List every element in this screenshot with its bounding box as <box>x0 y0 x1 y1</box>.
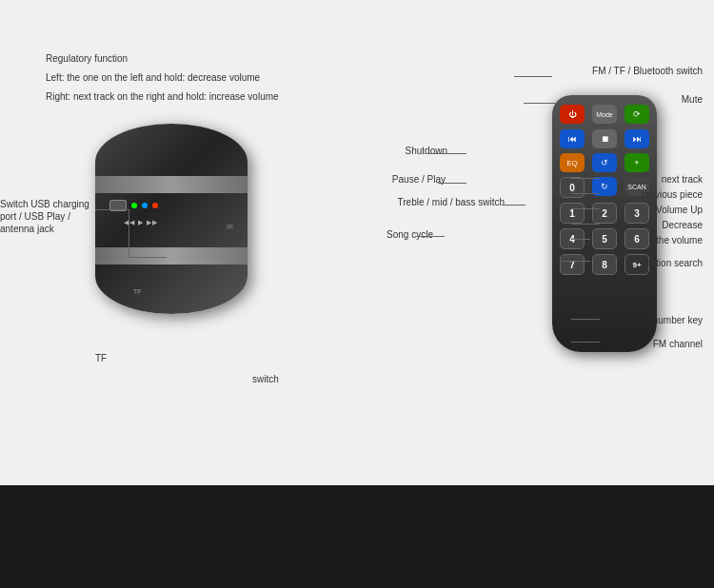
next-track-label: next track <box>662 173 703 186</box>
remote-row3: EQ ↺ + <box>560 153 649 172</box>
previous-piece-label: previous piece <box>642 188 703 201</box>
vol-up-button[interactable]: + <box>625 153 649 172</box>
bt-button[interactable]: ⟳ <box>625 105 649 124</box>
number-key-label: number key <box>653 314 703 326</box>
line-pause <box>438 183 466 184</box>
btn-5[interactable]: 5 <box>592 228 617 249</box>
btn-0[interactable]: 0 <box>560 177 585 198</box>
btn-3[interactable]: 3 <box>625 203 649 224</box>
eq-button[interactable]: EQ <box>560 153 585 172</box>
line-usb-vert <box>129 209 129 257</box>
line-numkey <box>571 319 600 320</box>
fm-bluetooth-label: FM / TF / Bluetooth switch <box>592 65 703 77</box>
line-volup <box>571 208 600 209</box>
btn-8[interactable]: 8 <box>592 254 617 275</box>
pause-play-label: Pause / Play <box>392 173 446 186</box>
line-treble <box>502 205 526 206</box>
main-diagram-area: Regulatory function Left: the one on the… <box>0 0 714 485</box>
remote-row7: 7 8 9+ <box>560 254 649 275</box>
speaker-band-top <box>95 176 248 193</box>
line-fm <box>514 76 552 77</box>
switch-usb-label: Switch USB chargingport / USB Play /ante… <box>0 198 95 235</box>
line-song <box>416 236 445 237</box>
decrease-label: Decrease <box>662 219 703 231</box>
the-volume-label: the volume <box>656 234 703 246</box>
btn-2[interactable]: 2 <box>592 203 617 224</box>
switch-label: switch <box>252 373 279 385</box>
tf-label: TF <box>95 352 107 364</box>
bottom-bar <box>0 485 714 588</box>
remote-row4: 0 ↻ SCAN <box>560 177 649 198</box>
led-blue <box>142 203 148 208</box>
remote-row1: ⏻ Mode ⟳ <box>560 105 649 124</box>
line-usb-h2 <box>129 257 167 258</box>
line-shutdown <box>428 153 466 154</box>
mode-button[interactable]: Mode <box>592 105 617 124</box>
fm-channel-label: FM channel <box>653 338 703 350</box>
next-button[interactable]: ⏭ <box>625 129 649 148</box>
btn-6[interactable]: 6 <box>625 228 649 249</box>
speaker-tf-slot: TF <box>133 288 142 295</box>
right-desc-label: Right: next track on the right and hold:… <box>46 90 279 103</box>
speaker-image: ◀◀ ▶ ▶▶ IR TF <box>86 114 257 323</box>
line-fmchan <box>571 342 600 343</box>
prev-button[interactable]: ⏮ <box>560 129 585 148</box>
led-red <box>152 203 158 208</box>
speaker-ir: IR <box>227 224 233 230</box>
led-green <box>131 203 137 208</box>
left-desc-label: Left: the one on the left and hold: decr… <box>46 71 260 84</box>
switch-usb-text: Switch USB chargingport / USB Play /ante… <box>0 199 89 234</box>
remote-control: ⏻ Mode ⟳ ⏮ ⏹ ⏭ EQ ↺ + 0 ↻ SCAN <box>552 95 657 352</box>
speaker-body: ◀◀ ▶ ▶▶ IR TF <box>95 124 248 314</box>
station-search-label: Station search <box>642 257 703 269</box>
line-mute <box>524 103 557 104</box>
btn-1[interactable]: 1 <box>560 203 585 224</box>
treble-mid-bass-label: Treble / mid / bass switch <box>398 196 505 208</box>
volume-up-label: Volume Up <box>656 204 703 216</box>
line-decrease <box>571 224 600 225</box>
line-next <box>571 178 600 179</box>
line-volume <box>571 239 590 240</box>
remote-body: ⏻ Mode ⟳ ⏮ ⏹ ⏭ EQ ↺ + 0 ↻ SCAN <box>552 95 657 352</box>
line-prev <box>571 193 600 194</box>
song-cycle-label: Song cycle <box>387 228 433 241</box>
stop-button[interactable]: ⏹ <box>592 129 617 148</box>
mute-label: Mute <box>682 93 703 106</box>
shutdown-label: Shutdown <box>406 145 447 157</box>
cycle-button[interactable]: ↺ <box>592 153 617 172</box>
line-usb <box>95 209 129 210</box>
btn-7[interactable]: 7 <box>560 254 585 275</box>
line-scan <box>562 261 590 262</box>
regulatory-label: Regulatory function <box>46 52 128 65</box>
remote-row5: 1 2 3 <box>560 203 649 224</box>
remote-row2: ⏮ ⏹ ⏭ <box>560 129 649 148</box>
power-button[interactable]: ⏻ <box>560 105 585 124</box>
speaker-band-bottom <box>95 247 248 265</box>
